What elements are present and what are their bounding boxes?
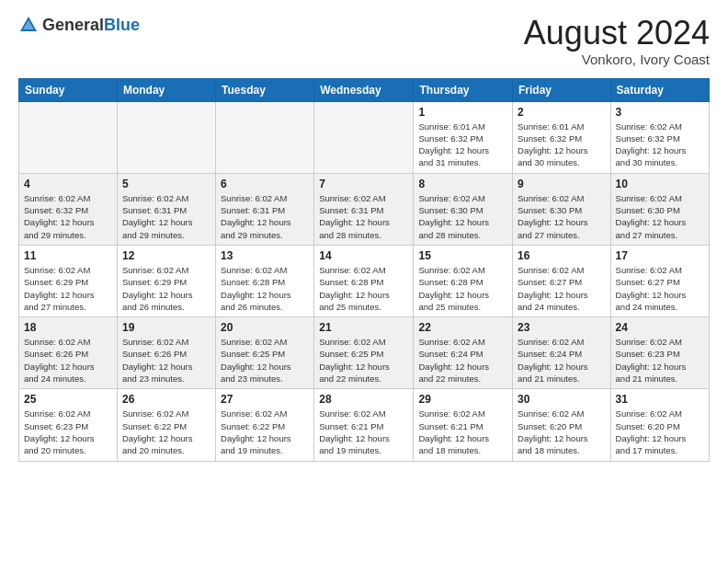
weekday-header: Monday [117, 78, 215, 101]
day-number: 26 [122, 393, 210, 406]
day-number: 22 [418, 321, 507, 334]
month-year: August 2024 [524, 15, 710, 52]
calendar-cell: 10Sunrise: 6:02 AM Sunset: 6:30 PM Dayli… [610, 173, 709, 245]
calendar-cell: 7Sunrise: 6:02 AM Sunset: 6:31 PM Daylig… [314, 173, 414, 245]
day-info: Sunrise: 6:02 AM Sunset: 6:24 PM Dayligh… [418, 336, 507, 385]
day-info: Sunrise: 6:02 AM Sunset: 6:27 PM Dayligh… [518, 264, 606, 313]
calendar-week-row: 4Sunrise: 6:02 AM Sunset: 6:32 PM Daylig… [19, 173, 710, 245]
weekday-header: Tuesday [216, 78, 314, 101]
day-info: Sunrise: 6:02 AM Sunset: 6:23 PM Dayligh… [616, 336, 704, 385]
calendar-cell: 15Sunrise: 6:02 AM Sunset: 6:28 PM Dayli… [414, 245, 513, 316]
day-number: 25 [24, 393, 112, 406]
calendar-cell: 18Sunrise: 6:02 AM Sunset: 6:26 PM Dayli… [19, 317, 118, 389]
calendar-cell [117, 101, 215, 173]
day-info: Sunrise: 6:02 AM Sunset: 6:32 PM Dayligh… [24, 192, 112, 241]
calendar-cell: 4Sunrise: 6:02 AM Sunset: 6:32 PM Daylig… [19, 173, 118, 245]
day-number: 9 [518, 178, 606, 190]
day-info: Sunrise: 6:01 AM Sunset: 6:32 PM Dayligh… [518, 121, 606, 169]
day-number: 6 [221, 178, 309, 190]
day-info: Sunrise: 6:02 AM Sunset: 6:20 PM Dayligh… [518, 408, 606, 456]
day-number: 4 [24, 178, 112, 190]
day-number: 11 [24, 249, 112, 262]
day-number: 31 [616, 393, 704, 406]
day-number: 30 [518, 393, 606, 406]
day-info: Sunrise: 6:02 AM Sunset: 6:23 PM Dayligh… [24, 408, 112, 456]
calendar-cell: 24Sunrise: 6:02 AM Sunset: 6:23 PM Dayli… [610, 317, 709, 389]
day-info: Sunrise: 6:02 AM Sunset: 6:29 PM Dayligh… [24, 264, 112, 313]
day-info: Sunrise: 6:02 AM Sunset: 6:22 PM Dayligh… [221, 408, 309, 456]
day-number: 27 [221, 393, 309, 406]
calendar-cell: 28Sunrise: 6:02 AM Sunset: 6:21 PM Dayli… [314, 389, 414, 461]
day-info: Sunrise: 6:02 AM Sunset: 6:26 PM Dayligh… [122, 336, 210, 385]
calendar-cell [314, 101, 414, 173]
calendar-cell: 31Sunrise: 6:02 AM Sunset: 6:20 PM Dayli… [610, 389, 709, 461]
day-info: Sunrise: 6:02 AM Sunset: 6:24 PM Dayligh… [518, 336, 606, 385]
day-number: 29 [418, 393, 507, 406]
day-number: 7 [319, 178, 408, 190]
weekday-header: Friday [513, 78, 611, 101]
day-number: 24 [616, 321, 704, 334]
calendar-week-row: 11Sunrise: 6:02 AM Sunset: 6:29 PM Dayli… [19, 245, 710, 316]
day-number: 13 [221, 249, 309, 262]
day-number: 17 [616, 249, 704, 262]
calendar-cell: 29Sunrise: 6:02 AM Sunset: 6:21 PM Dayli… [414, 389, 513, 461]
calendar-cell: 19Sunrise: 6:02 AM Sunset: 6:26 PM Dayli… [117, 317, 215, 389]
calendar-cell [19, 101, 118, 173]
logo-text-general: General [42, 16, 104, 34]
day-number: 15 [418, 249, 507, 262]
calendar-week-row: 18Sunrise: 6:02 AM Sunset: 6:26 PM Dayli… [19, 317, 710, 389]
calendar-cell: 1Sunrise: 6:01 AM Sunset: 6:32 PM Daylig… [414, 101, 513, 173]
day-number: 2 [518, 106, 606, 119]
calendar-cell: 5Sunrise: 6:02 AM Sunset: 6:31 PM Daylig… [117, 173, 215, 245]
day-number: 3 [616, 106, 704, 119]
calendar-cell: 26Sunrise: 6:02 AM Sunset: 6:22 PM Dayli… [117, 389, 215, 461]
logo: GeneralBlue [18, 15, 140, 35]
calendar-cell [216, 101, 314, 173]
weekday-header: Saturday [610, 78, 709, 101]
weekday-header: Sunday [19, 78, 118, 101]
day-info: Sunrise: 6:02 AM Sunset: 6:21 PM Dayligh… [319, 408, 408, 456]
day-number: 1 [418, 106, 507, 119]
day-info: Sunrise: 6:02 AM Sunset: 6:29 PM Dayligh… [122, 264, 210, 313]
day-number: 14 [319, 249, 408, 262]
calendar-cell: 6Sunrise: 6:02 AM Sunset: 6:31 PM Daylig… [216, 173, 314, 245]
calendar-cell: 13Sunrise: 6:02 AM Sunset: 6:28 PM Dayli… [216, 245, 314, 316]
day-info: Sunrise: 6:02 AM Sunset: 6:22 PM Dayligh… [122, 408, 210, 456]
day-info: Sunrise: 6:02 AM Sunset: 6:30 PM Dayligh… [518, 192, 606, 241]
day-number: 10 [616, 178, 704, 190]
day-info: Sunrise: 6:02 AM Sunset: 6:28 PM Dayligh… [418, 264, 507, 313]
day-info: Sunrise: 6:02 AM Sunset: 6:28 PM Dayligh… [221, 264, 309, 313]
day-number: 16 [518, 249, 606, 262]
day-info: Sunrise: 6:02 AM Sunset: 6:30 PM Dayligh… [418, 192, 507, 241]
calendar: SundayMondayTuesdayWednesdayThursdayFrid… [18, 78, 710, 462]
title-block: August 2024 Vonkoro, Ivory Coast [524, 15, 710, 67]
day-info: Sunrise: 6:02 AM Sunset: 6:28 PM Dayligh… [319, 264, 408, 313]
calendar-cell: 14Sunrise: 6:02 AM Sunset: 6:28 PM Dayli… [314, 245, 414, 316]
calendar-cell: 25Sunrise: 6:02 AM Sunset: 6:23 PM Dayli… [19, 389, 118, 461]
day-info: Sunrise: 6:02 AM Sunset: 6:32 PM Dayligh… [616, 121, 704, 169]
calendar-week-row: 25Sunrise: 6:02 AM Sunset: 6:23 PM Dayli… [19, 389, 710, 461]
day-info: Sunrise: 6:02 AM Sunset: 6:31 PM Dayligh… [319, 192, 408, 241]
calendar-cell: 20Sunrise: 6:02 AM Sunset: 6:25 PM Dayli… [216, 317, 314, 389]
weekday-header: Wednesday [314, 78, 414, 101]
calendar-cell: 16Sunrise: 6:02 AM Sunset: 6:27 PM Dayli… [513, 245, 611, 316]
day-number: 8 [418, 178, 507, 190]
calendar-cell: 30Sunrise: 6:02 AM Sunset: 6:20 PM Dayli… [513, 389, 611, 461]
logo-icon [18, 15, 39, 35]
calendar-cell: 22Sunrise: 6:02 AM Sunset: 6:24 PM Dayli… [414, 317, 513, 389]
day-number: 28 [319, 393, 408, 406]
calendar-cell: 8Sunrise: 6:02 AM Sunset: 6:30 PM Daylig… [414, 173, 513, 245]
day-info: Sunrise: 6:02 AM Sunset: 6:31 PM Dayligh… [221, 192, 309, 241]
calendar-cell: 17Sunrise: 6:02 AM Sunset: 6:27 PM Dayli… [610, 245, 709, 316]
day-number: 5 [122, 178, 210, 190]
calendar-cell: 2Sunrise: 6:01 AM Sunset: 6:32 PM Daylig… [513, 101, 611, 173]
day-info: Sunrise: 6:02 AM Sunset: 6:31 PM Dayligh… [122, 192, 210, 241]
weekday-header: Thursday [414, 78, 513, 101]
day-number: 23 [518, 321, 606, 334]
day-info: Sunrise: 6:02 AM Sunset: 6:27 PM Dayligh… [616, 264, 704, 313]
location: Vonkoro, Ivory Coast [524, 52, 710, 67]
calendar-cell: 11Sunrise: 6:02 AM Sunset: 6:29 PM Dayli… [19, 245, 118, 316]
calendar-cell: 12Sunrise: 6:02 AM Sunset: 6:29 PM Dayli… [117, 245, 215, 316]
day-info: Sunrise: 6:02 AM Sunset: 6:30 PM Dayligh… [616, 192, 704, 241]
day-info: Sunrise: 6:02 AM Sunset: 6:25 PM Dayligh… [221, 336, 309, 385]
